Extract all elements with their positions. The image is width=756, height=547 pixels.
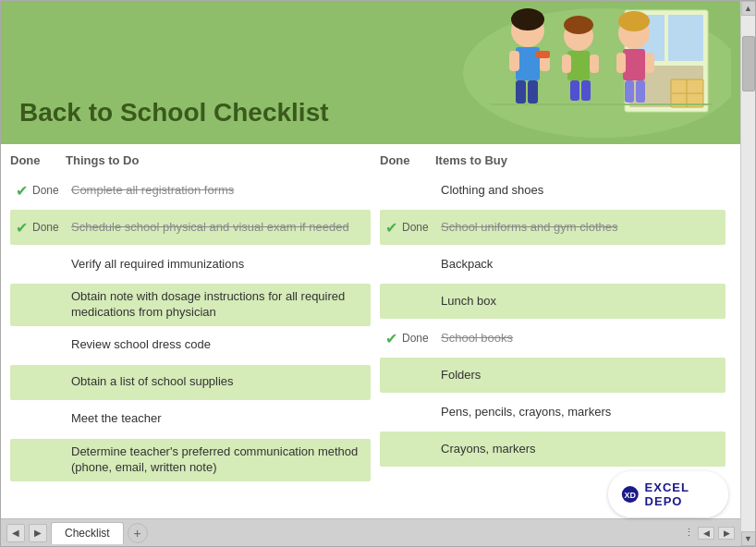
tab-nav-right-btn[interactable]: ▶ bbox=[29, 524, 47, 542]
checkmark-icon: ✔ bbox=[16, 182, 28, 200]
list-item: ✔DoneSchool uniforms and gym clothes bbox=[380, 210, 726, 245]
tab-bar: ◀ ▶ Checklist + ⋮ ◀ ▶ bbox=[1, 518, 740, 546]
task-text: Complete all registration forms bbox=[66, 181, 371, 201]
window-frame: Back to School Checklist bbox=[0, 0, 756, 547]
checklist-content: Done Things to Do Done Items to Buy ✔Don… bbox=[1, 144, 740, 518]
tasks-column: ✔DoneComplete all registration forms✔Don… bbox=[10, 173, 371, 481]
banner-illustration bbox=[435, 1, 731, 144]
svg-rect-24 bbox=[623, 49, 645, 80]
checkmark-icon: ✔ bbox=[16, 219, 28, 237]
svg-rect-21 bbox=[528, 80, 538, 103]
list-item: ✔DoneSchool books bbox=[380, 321, 726, 356]
svg-rect-13 bbox=[581, 80, 591, 101]
list-item: Folders bbox=[380, 358, 726, 393]
scrollbar-track: ▲ ▼ bbox=[740, 1, 755, 546]
svg-rect-20 bbox=[516, 80, 526, 103]
list-item: Backpack bbox=[380, 247, 726, 282]
svg-text:XD: XD bbox=[625, 491, 637, 500]
svg-point-29 bbox=[618, 11, 650, 31]
done-cell: ✔Done bbox=[10, 182, 66, 200]
right-done-header: Done bbox=[380, 153, 435, 167]
header-banner: Back to School Checklist bbox=[1, 1, 740, 144]
task-text: Obtain note with dosage instructions for… bbox=[66, 287, 371, 322]
svg-rect-26 bbox=[645, 53, 654, 73]
done-label: Done bbox=[402, 332, 429, 345]
svg-rect-3 bbox=[668, 15, 703, 61]
list-item: Review school dress code bbox=[10, 328, 371, 363]
task-text: Lunch box bbox=[435, 292, 726, 311]
task-text: Meet the teacher bbox=[66, 409, 371, 429]
scroll-left-btn[interactable]: ◀ bbox=[698, 527, 714, 540]
checkmark-icon: ✔ bbox=[385, 330, 397, 347]
done-cell: ✔Done bbox=[380, 330, 435, 347]
svg-rect-19 bbox=[536, 51, 550, 58]
svg-rect-25 bbox=[616, 53, 626, 73]
watermark-logo-icon: XD bbox=[621, 483, 640, 505]
list-item: Clothing and shoes bbox=[380, 173, 726, 208]
list-item: Crayons, markers bbox=[380, 432, 726, 467]
task-text: School books bbox=[435, 329, 726, 348]
done-cell: ✔Done bbox=[380, 219, 435, 237]
svg-rect-12 bbox=[570, 80, 579, 101]
page-title: Back to School Checklist bbox=[19, 98, 329, 128]
left-task-header: Things to Do bbox=[66, 153, 380, 167]
task-text: Verify all required immunizations bbox=[66, 255, 371, 274]
task-text: Obtain a list of school supplies bbox=[66, 372, 371, 392]
tab-nav-left-btn[interactable]: ◀ bbox=[6, 524, 25, 542]
done-label: Done bbox=[402, 221, 429, 234]
right-column-header: Done Items to Buy bbox=[380, 153, 726, 167]
content-wrapper: Back to School Checklist bbox=[1, 1, 740, 546]
task-text: Determine teacher's preferred communicat… bbox=[66, 443, 371, 478]
task-text: Crayons, markers bbox=[435, 440, 726, 459]
list-item: Meet the teacher bbox=[10, 402, 371, 437]
svg-rect-27 bbox=[625, 80, 634, 103]
checkmark-icon: ✔ bbox=[385, 219, 397, 237]
illustration bbox=[426, 1, 740, 144]
scrollbar-thumb[interactable] bbox=[742, 36, 755, 91]
list-item: Lunch box bbox=[380, 284, 726, 319]
scroll-down-arrow[interactable]: ▼ bbox=[741, 531, 756, 546]
columns-header: Done Things to Do Done Items to Buy bbox=[10, 144, 726, 173]
add-sheet-button[interactable]: + bbox=[128, 523, 148, 543]
task-text: Backpack bbox=[435, 255, 726, 274]
list-item: Obtain note with dosage instructions for… bbox=[10, 284, 371, 326]
svg-point-14 bbox=[564, 16, 593, 34]
lists-area: ✔DoneComplete all registration forms✔Don… bbox=[10, 173, 726, 481]
checklist-tab[interactable]: Checklist bbox=[51, 522, 124, 544]
task-text: Pens, pencils, crayons, markers bbox=[435, 403, 726, 422]
done-label: Done bbox=[32, 221, 59, 234]
scroll-right-btn[interactable]: ▶ bbox=[718, 527, 735, 540]
task-text: School uniforms and gym clothes bbox=[435, 218, 726, 237]
tab-label: Checklist bbox=[65, 527, 110, 540]
done-cell: ✔Done bbox=[10, 219, 66, 237]
svg-rect-28 bbox=[636, 80, 645, 103]
list-item: Pens, pencils, crayons, markers bbox=[380, 395, 726, 430]
svg-rect-11 bbox=[590, 55, 599, 73]
right-task-header: Items to Buy bbox=[435, 153, 726, 167]
task-text: Folders bbox=[435, 366, 726, 385]
watermark-text: EXCEL DEPO bbox=[645, 480, 715, 508]
list-item: ✔DoneComplete all registration forms bbox=[10, 173, 371, 208]
watermark: XD EXCEL DEPO bbox=[608, 471, 728, 517]
task-text: Clothing and shoes bbox=[435, 181, 726, 201]
outer-wrapper: Back to School Checklist bbox=[1, 1, 755, 546]
svg-rect-10 bbox=[562, 55, 571, 73]
svg-rect-17 bbox=[509, 51, 519, 71]
done-label: Done bbox=[32, 184, 59, 197]
status-dots: ⋮ bbox=[684, 527, 694, 539]
buy-column: Clothing and shoes✔DoneSchool uniforms a… bbox=[380, 173, 726, 481]
scroll-up-arrow[interactable]: ▲ bbox=[741, 1, 756, 16]
list-item: Obtain a list of school supplies bbox=[10, 365, 371, 400]
task-text: Review school dress code bbox=[66, 335, 371, 355]
task-text: Schedule school physical and visual exam… bbox=[66, 218, 371, 237]
svg-point-22 bbox=[511, 8, 544, 30]
list-item: Verify all required immunizations bbox=[10, 247, 371, 282]
list-item: ✔DoneSchedule school physical and visual… bbox=[10, 210, 371, 245]
left-done-header: Done bbox=[10, 153, 66, 167]
list-item: Determine teacher's preferred communicat… bbox=[10, 439, 371, 481]
left-column-header: Done Things to Do bbox=[10, 153, 380, 167]
